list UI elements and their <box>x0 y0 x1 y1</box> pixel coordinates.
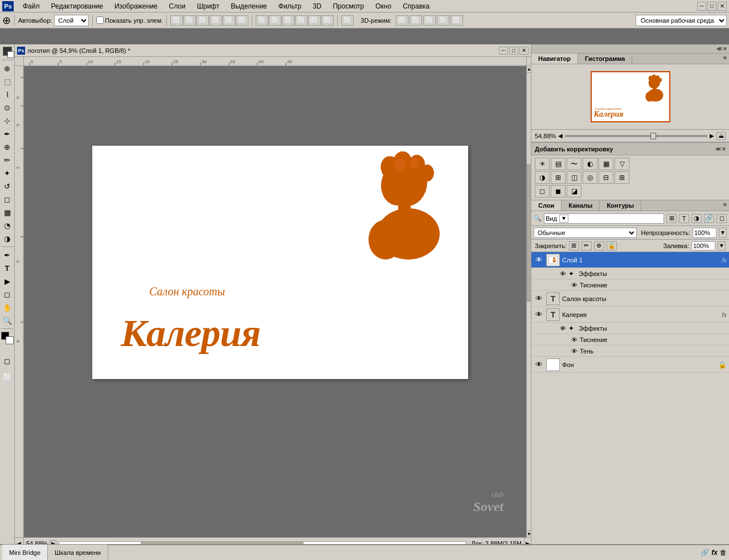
zoom-tool[interactable]: 🔍 <box>1 314 14 327</box>
bottom-fx-icon[interactable]: fx <box>711 549 718 557</box>
doc-maximize-btn[interactable]: □ <box>509 47 518 55</box>
nav-panel-menu[interactable]: ≡ <box>721 53 729 64</box>
lock-position-btn[interactable]: ⊕ <box>594 241 604 250</box>
move-tool-icon[interactable]: ⊕ <box>2 14 11 27</box>
navigator-tab[interactable]: Навигатор <box>531 53 578 64</box>
quick-mask-tool[interactable]: ◻ <box>1 355 14 367</box>
effects1-eye[interactable]: 👁 <box>560 270 566 277</box>
menu-type[interactable]: Шрифт <box>195 1 222 11</box>
adj-photofil[interactable]: ◎ <box>583 171 597 184</box>
lock-all-btn[interactable]: 🔒 <box>607 241 617 250</box>
fill-input[interactable] <box>691 241 715 250</box>
menu-3d[interactable]: 3D <box>310 1 323 11</box>
gradient-tool[interactable]: ▦ <box>1 206 14 219</box>
eraser-tool[interactable]: ◻ <box>1 193 14 205</box>
adj-chanmix[interactable]: ⊟ <box>599 171 613 184</box>
move-tool[interactable]: ⊕ <box>1 62 14 75</box>
panel-collapse-icon[interactable]: ≪ <box>716 46 722 52</box>
zoom-out-arrow[interactable]: ◀ <box>558 133 563 139</box>
background-color[interactable] <box>7 51 14 58</box>
vscrollbar[interactable]: ▲ ▼ <box>526 66 531 537</box>
emboss1-eye[interactable]: 👁 <box>571 282 578 289</box>
bottom-trash-icon[interactable]: 🗑 <box>720 549 727 557</box>
adj-vibrance[interactable]: ▦ <box>599 158 613 170</box>
kaleria-visibility[interactable]: 👁 <box>534 310 544 320</box>
blur-tool[interactable]: ◔ <box>1 219 14 232</box>
vscroll-up[interactable]: ▲ <box>527 66 531 73</box>
adj-menu-icon[interactable]: ≡ <box>722 146 726 152</box>
path-select-tool[interactable]: ▶ <box>1 275 14 287</box>
hand-tool[interactable]: ✋ <box>1 301 14 314</box>
layer-item-layer1[interactable]: 👁 Слой 1 <box>531 252 729 268</box>
shadow-eye[interactable]: 👁 <box>571 348 578 355</box>
layers-tab[interactable]: Слои <box>531 200 562 211</box>
brush-tool[interactable]: ✏ <box>1 154 14 166</box>
adj-triangle[interactable]: ▽ <box>615 158 629 170</box>
3d-btn2[interactable]: ⬜ <box>409 15 422 26</box>
align-hcenter[interactable]: ⬜ <box>223 15 235 26</box>
layers-panel-menu[interactable]: ≡ <box>721 200 729 211</box>
pen-tool[interactable]: ✒ <box>1 249 14 261</box>
opacity-dropdown-arrow[interactable]: ▼ <box>719 228 727 238</box>
dist-top[interactable]: ⬜ <box>256 15 268 26</box>
opacity-input[interactable] <box>693 228 716 238</box>
lock-transparency-btn[interactable]: ⊞ <box>569 241 579 250</box>
adj-levels[interactable]: ▤ <box>551 158 566 170</box>
layer-filter-dropdown[interactable]: ▼ <box>559 215 568 223</box>
type-tool[interactable]: T <box>1 262 14 274</box>
dist-left[interactable]: ⬜ <box>295 15 308 26</box>
mini-bridge-tab[interactable]: Mini Bridge <box>2 545 48 560</box>
dist-vcenter[interactable]: ⬜ <box>269 15 281 26</box>
dist-bottom[interactable]: ⬜ <box>282 15 294 26</box>
menu-filter[interactable]: Фильтр <box>276 1 304 11</box>
doc-minimize-btn[interactable]: ─ <box>499 47 508 55</box>
3d-btn3[interactable]: ⬜ <box>423 15 436 26</box>
layer-item-salon[interactable]: 👁 T Салон красоты <box>531 291 729 307</box>
adj-collapse-icon[interactable]: ≪ <box>715 146 721 152</box>
layer-sub-effects1[interactable]: 👁 ✦ Эффекты <box>531 268 729 279</box>
layer-sub-emboss1[interactable]: 👁 Тиснение <box>531 279 729 291</box>
quick-select-tool[interactable]: ⊙ <box>1 101 14 114</box>
layer1-visibility[interactable]: 👁 <box>534 255 544 265</box>
zoom-slider-thumb[interactable] <box>650 133 656 139</box>
close-button[interactable]: ✕ <box>718 2 727 11</box>
panel-menu-icon[interactable]: ≡ <box>723 46 727 52</box>
lasso-tool[interactable]: ⌇ <box>1 88 14 101</box>
menu-image[interactable]: Изображение <box>112 1 160 11</box>
foreground-color[interactable] <box>3 47 12 56</box>
menu-edit[interactable]: Редактирование <box>49 1 105 11</box>
layer-mode-dropdown[interactable]: Обычные <box>534 228 637 238</box>
layer-item-background[interactable]: 👁 Фон 🔒 <box>531 357 729 373</box>
menu-view[interactable]: Просмотр <box>330 1 366 11</box>
adj-colbal[interactable]: ⊞ <box>551 171 566 184</box>
history-brush-tool[interactable]: ↺ <box>1 180 14 192</box>
marquee-tool[interactable]: ⬚ <box>1 75 14 88</box>
crop-tool[interactable]: ⊹ <box>1 114 14 127</box>
layer-sub-effects2[interactable]: 👁 ✦ Эффекты <box>531 323 729 334</box>
arrange-button[interactable]: ⬜ <box>341 15 354 26</box>
timeline-tab[interactable]: Шкала времени <box>48 545 108 560</box>
adj-brightness[interactable]: ☀ <box>535 158 550 170</box>
effects2-eye[interactable]: 👁 <box>560 325 566 332</box>
layer-search[interactable]: Вид ▼ <box>544 213 664 224</box>
vscroll-down[interactable]: ▼ <box>527 530 531 537</box>
adj-grid[interactable]: ⊞ <box>615 171 629 184</box>
menu-file[interactable]: Файл <box>21 1 42 11</box>
bg-visibility[interactable]: 👁 <box>534 360 544 370</box>
clone-tool[interactable]: ✦ <box>1 167 14 179</box>
adj-threshold[interactable]: ◪ <box>567 185 581 197</box>
screen-mode-tool[interactable]: ⬜ <box>1 370 14 383</box>
bg-color-swatch[interactable] <box>6 336 14 344</box>
zoom-slider[interactable] <box>565 135 707 137</box>
workspace-dropdown[interactable]: Основная рабочая среда <box>636 15 727 26</box>
adj-curves[interactable]: 〜 <box>567 158 581 170</box>
layer-item-kaleria[interactable]: 👁 T Калерия fx <box>531 307 729 323</box>
3d-btn5[interactable]: ⬜ <box>450 15 463 26</box>
menu-window[interactable]: Окно <box>373 1 394 11</box>
layer-filter-type-smart[interactable]: 🔗 <box>704 214 714 223</box>
healing-tool[interactable]: ⊕ <box>1 141 14 153</box>
vscroll-thumb[interactable] <box>527 164 531 302</box>
3d-btn4[interactable]: ⬜ <box>437 15 449 26</box>
layer-filter-type-adj[interactable]: ◑ <box>691 214 702 223</box>
layer-filter-type-pixel[interactable]: ⊞ <box>666 214 677 223</box>
